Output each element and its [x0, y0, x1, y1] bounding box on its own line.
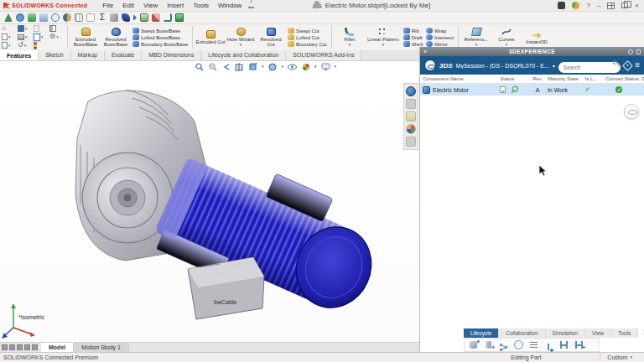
search-input[interactable]	[558, 62, 621, 73]
panel-pin-icon[interactable]	[636, 49, 641, 54]
3dexperience-tab-icon[interactable]	[406, 86, 416, 96]
linear-pattern-button[interactable]: Linear Pattern ▾	[365, 27, 402, 48]
copy-icon[interactable]	[34, 25, 39, 32]
quick-tool-icon-14[interactable]	[152, 13, 160, 22]
quick-tool-icon-11[interactable]	[122, 13, 130, 22]
quick-tool-icon-5[interactable]	[51, 13, 60, 22]
instant3d-button[interactable]: Instant3D	[522, 29, 552, 45]
boundary-cut-button[interactable]: Boundary Cut	[288, 41, 327, 47]
menu-view[interactable]: View	[143, 2, 158, 9]
history-tree-icon[interactable]	[559, 340, 569, 349]
menu-tools[interactable]: Tools	[193, 2, 209, 9]
previous-view-icon[interactable]	[221, 62, 231, 71]
tab-view[interactable]: View	[585, 328, 611, 338]
table-row-electric-motor[interactable]: Electric Motor A In Work ✓ ✓	[420, 84, 644, 96]
window-split-icon[interactable]	[49, 25, 56, 32]
help-icon[interactable]: ?	[586, 3, 589, 9]
save-icon[interactable]: ▾	[18, 25, 28, 32]
lofted-boss-button[interactable]: Lofted Boss/Base	[132, 34, 188, 40]
collapse-panel-icon[interactable]: »	[423, 49, 427, 54]
forum-icon[interactable]	[406, 137, 416, 147]
menu-insert[interactable]: Insert	[167, 2, 184, 9]
open-document-icon[interactable]: ▾	[2, 42, 11, 49]
reference-geometry-button[interactable]: Referenc... ▾	[461, 27, 491, 48]
swept-boss-button[interactable]: Swept Boss/Base	[132, 28, 188, 34]
tab-simulation[interactable]: Simulation	[546, 328, 585, 338]
share-icon[interactable]	[499, 340, 508, 349]
app-switcher-icon[interactable]	[558, 2, 565, 9]
graphics-viewport[interactable]: bwCable 1.0 ▾ ▾ ▾ ▾ *Isometric	[0, 61, 419, 342]
panel-menu-icon[interactable]: ≡	[635, 61, 640, 70]
quick-tool-icon-12[interactable]	[133, 14, 137, 21]
quick-tool-icon-7[interactable]	[75, 13, 83, 22]
tab-markup[interactable]: Markup	[71, 49, 105, 60]
wrap-button[interactable]: Wrap	[426, 28, 454, 34]
section-view-icon[interactable]	[235, 62, 244, 71]
curves-button[interactable]: Curves ▾	[491, 27, 522, 48]
tab-lifecycle-collaboration[interactable]: Lifecycle and Collaboration	[201, 49, 286, 60]
user-avatar[interactable]	[572, 2, 579, 9]
sigma-icon[interactable]: Σ	[98, 13, 106, 22]
menu-window[interactable]: Window	[218, 2, 242, 9]
zoom-area-icon[interactable]	[208, 62, 217, 71]
minimize-icon[interactable]: –	[597, 3, 600, 9]
menu-file[interactable]: File	[102, 2, 113, 9]
sync-icon[interactable]	[514, 340, 523, 349]
fillet-button[interactable]: Fillet ▾	[335, 27, 365, 48]
print-icon[interactable]: ▾	[18, 34, 28, 40]
quick-tool-icon-8[interactable]	[86, 13, 95, 22]
revolved-cut-button[interactable]: Revolved Cut	[256, 27, 286, 49]
quick-tool-icon-16[interactable]	[175, 13, 184, 22]
mirror-button[interactable]: Mirror	[426, 41, 454, 47]
motion-study-tab[interactable]: Motion Study 1	[74, 343, 129, 353]
new-document-icon[interactable]: ▾	[2, 34, 11, 40]
restore-window-icon[interactable]	[621, 3, 628, 8]
zoom-fit-icon[interactable]	[195, 62, 204, 71]
database-add-icon[interactable]: +	[484, 340, 493, 349]
quick-tool-icon-3[interactable]	[28, 13, 36, 22]
model-tab[interactable]: Model	[41, 343, 74, 353]
home-icon[interactable]: ⌂	[2, 25, 6, 32]
tab-mbd-dimensions[interactable]: MBD Dimensions	[142, 49, 201, 60]
edit-appearance-icon[interactable]	[301, 62, 310, 71]
extruded-cut-button[interactable]: Extruded Cut	[195, 29, 226, 45]
quick-tool-icon-15[interactable]	[164, 13, 172, 22]
search-icon[interactable]	[613, 60, 617, 65]
tab-solidworks-addins[interactable]: SOLIDWORKS Add-Ins	[286, 49, 361, 60]
tab-sketch[interactable]: Sketch	[39, 49, 70, 60]
rebuild-icon[interactable]	[34, 42, 37, 49]
tab-scroll-first[interactable]	[2, 344, 8, 350]
view-settings-icon[interactable]	[321, 62, 330, 71]
quick-tool-icon-13[interactable]	[140, 13, 148, 22]
extruded-boss-button[interactable]: Extruded Boss/Base	[70, 27, 101, 49]
tag-filter-icon[interactable]	[622, 60, 633, 71]
tab-lifecycle[interactable]: Lifecycle	[464, 328, 499, 338]
intersect-button[interactable]: Intersect	[426, 34, 454, 40]
view-orientation-icon[interactable]	[248, 62, 257, 71]
tab-scroll-last[interactable]	[24, 344, 30, 350]
rib-button[interactable]: Rib	[403, 28, 423, 34]
options-gear-icon[interactable]: ⚙▾	[49, 34, 59, 40]
tab-scroll-prev[interactable]	[9, 344, 15, 350]
status-units-selector[interactable]: Custom ▾	[600, 353, 644, 362]
lofted-cut-button[interactable]: Lofted Cut	[288, 34, 327, 40]
tab-scroll-menu[interactable]	[32, 344, 38, 350]
list-view-icon[interactable]	[529, 340, 538, 349]
design-library-icon[interactable]	[406, 99, 416, 109]
swept-cut-button[interactable]: Swept Cut	[288, 28, 327, 34]
revolved-boss-button[interactable]: Revolved Boss/Base	[101, 27, 131, 49]
display-style-icon[interactable]	[268, 62, 278, 71]
3dexperience-compass-icon[interactable]	[424, 59, 436, 71]
quick-tool-icon-10[interactable]	[110, 13, 118, 22]
tab-collaboration[interactable]: Collaboration	[499, 328, 545, 338]
active-document-icon[interactable]: ▾	[34, 34, 44, 41]
hole-wizard-button[interactable]: Hole Wizard ▾	[226, 27, 256, 48]
appearances-icon[interactable]	[406, 124, 416, 134]
menu-edit[interactable]: Edit	[122, 2, 134, 9]
shell-button[interactable]: Shell	[403, 41, 423, 47]
tab-tools[interactable]: Tools	[611, 328, 638, 338]
draft-button[interactable]: Draft	[403, 34, 423, 40]
tab-evaluate[interactable]: Evaluate	[105, 49, 142, 60]
quick-tool-icon-1[interactable]	[4, 13, 13, 22]
hide-show-items-icon[interactable]	[288, 62, 297, 71]
